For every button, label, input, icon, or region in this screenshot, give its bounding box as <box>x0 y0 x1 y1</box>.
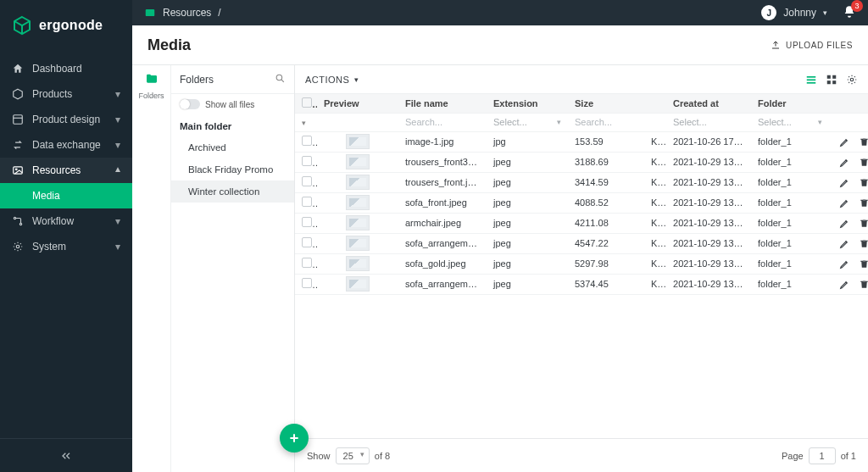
page-label: Page <box>782 451 804 461</box>
filter-date-select[interactable]: Select... <box>666 113 751 131</box>
row-size: 5297.98 <box>568 253 644 274</box>
breadcrumb-item: Resources <box>163 7 211 19</box>
delete-button[interactable] <box>859 279 868 290</box>
folders-tab[interactable]: Folders <box>132 65 171 472</box>
row-size-unit: KB <box>644 172 666 192</box>
nav-media[interactable]: Media <box>0 183 132 208</box>
row-actions <box>829 233 868 253</box>
col-extension[interactable]: Extension <box>487 94 568 113</box>
delete-button[interactable] <box>859 136 868 147</box>
table-row[interactable]: armchair.jpegjpeg4211.08KB2021-10-29 13:… <box>295 213 868 233</box>
row-date: 2021-10-26 17:51 <box>666 131 751 152</box>
grid-view-button[interactable] <box>826 74 837 86</box>
row-actions <box>829 274 868 294</box>
settings-button[interactable] <box>846 74 858 86</box>
edit-button[interactable] <box>839 218 850 229</box>
delete-button[interactable] <box>859 177 868 188</box>
media-table-section: ACTIONS ▾ <box>295 64 868 472</box>
filter-folder-select[interactable]: Select...▾ <box>751 113 829 131</box>
edit-button[interactable] <box>839 177 850 188</box>
row-extension: jpeg <box>487 192 568 213</box>
folders-panel: Folders Folders Show all files Main fold… <box>132 64 295 472</box>
edit-button[interactable] <box>839 157 850 168</box>
page-header: Media UPLOAD FILES <box>132 25 868 64</box>
nav-product-design[interactable]: Product design ▾ <box>0 107 132 132</box>
chevron-down-icon: ▾ <box>115 241 120 253</box>
breadcrumb[interactable]: Resources / <box>144 7 221 19</box>
cube-icon <box>12 88 24 100</box>
nav-workflow[interactable]: Workflow ▾ <box>0 208 132 234</box>
filter-size-input[interactable] <box>575 117 659 127</box>
row-checkbox[interactable] <box>295 274 317 294</box>
svg-marker-2 <box>14 89 23 99</box>
nav-products[interactable]: Products ▾ <box>0 81 132 107</box>
folder-archived[interactable]: Archived <box>171 136 294 158</box>
folder-winter-collection[interactable]: Winter collection <box>171 180 294 203</box>
row-preview <box>317 152 398 172</box>
table-footer: Show 25 of 8 Page 1 of 1 <box>295 438 868 472</box>
folder-root[interactable]: Main folder <box>171 114 294 136</box>
edit-button[interactable] <box>839 136 850 147</box>
list-view-button[interactable] <box>805 74 817 86</box>
row-checkbox[interactable] <box>295 172 317 192</box>
total-label: of 8 <box>375 451 390 461</box>
user-menu[interactable]: J Johnny ▾ <box>761 5 827 20</box>
table-row[interactable]: trousers_front.jpegjpeg3414.59KB2021-10-… <box>295 172 868 192</box>
edit-button[interactable] <box>839 258 850 269</box>
table-scroll[interactable]: Preview File name Extension Size Created… <box>295 94 868 438</box>
col-folder[interactable]: Folder <box>751 94 829 113</box>
filter-filename-input[interactable] <box>405 117 480 127</box>
page-number-input[interactable]: 1 <box>809 447 836 464</box>
table-row[interactable]: sofa_gold.jpegjpeg5297.98KB2021-10-29 13… <box>295 253 868 274</box>
table-row[interactable]: trousers_front3.jpegjpeg3188.69KB2021-10… <box>295 152 868 172</box>
row-checkbox[interactable] <box>295 152 317 172</box>
table-row[interactable]: sofa_arrangement2.jpegjpeg4547.22KB2021-… <box>295 233 868 253</box>
folder-black-friday[interactable]: Black Friday Promo <box>171 158 294 180</box>
sidebar-collapse-button[interactable] <box>0 438 132 472</box>
row-checkbox[interactable] <box>295 233 317 253</box>
nav-resources[interactable]: Resources ▾ <box>0 158 132 183</box>
row-checkbox[interactable] <box>295 213 317 233</box>
upload-files-button[interactable]: UPLOAD FILES <box>771 40 853 50</box>
row-preview <box>317 253 398 274</box>
svg-rect-15 <box>807 81 816 83</box>
of-pages-label: of 1 <box>841 451 856 461</box>
actions-dropdown[interactable]: ACTIONS ▾ <box>305 75 359 85</box>
filter-ext-select[interactable]: Select...▾ <box>487 113 568 131</box>
row-checkbox[interactable] <box>295 253 317 274</box>
table-row[interactable]: sofa_front.jpegjpeg4088.52KB2021-10-29 1… <box>295 192 868 213</box>
delete-button[interactable] <box>859 197 868 208</box>
select-all-header[interactable] <box>295 94 317 113</box>
row-filename: image-1.jpg <box>398 131 487 152</box>
edit-button[interactable] <box>839 197 850 208</box>
row-actions <box>829 131 868 152</box>
show-all-files-toggle[interactable]: Show all files <box>171 94 294 114</box>
row-checkbox[interactable] <box>295 192 317 213</box>
nav-dashboard[interactable]: Dashboard <box>0 56 132 81</box>
col-size[interactable]: Size <box>568 94 666 113</box>
edit-button[interactable] <box>839 238 850 249</box>
row-filename: sofa_arrangement2.jpeg <box>398 233 487 253</box>
col-filename[interactable]: File name <box>398 94 487 113</box>
page-size-select[interactable]: 25 <box>336 447 370 464</box>
show-label: Show <box>307 451 331 461</box>
delete-button[interactable] <box>859 238 868 249</box>
nav-data-exchange[interactable]: Data exchange ▾ <box>0 132 132 158</box>
filter-preview-toggle[interactable]: ▾ <box>295 113 317 131</box>
table-row[interactable]: sofa_arrangement.jpegjpeg5374.45KB2021-1… <box>295 274 868 294</box>
nav-system[interactable]: System ▾ <box>0 234 132 259</box>
user-name: Johnny <box>783 7 816 19</box>
edit-button[interactable] <box>839 279 850 290</box>
svg-line-12 <box>281 80 284 82</box>
delete-button[interactable] <box>859 157 868 168</box>
table-row[interactable]: image-1.jpgjpg153.59KB2021-10-26 17:51fo… <box>295 131 868 152</box>
delete-button[interactable] <box>859 258 868 269</box>
brand-logo-icon <box>12 15 32 36</box>
delete-button[interactable] <box>859 218 868 229</box>
search-folders-button[interactable] <box>275 73 286 86</box>
col-created[interactable]: Created at <box>666 94 751 113</box>
row-checkbox[interactable] <box>295 131 317 152</box>
col-preview[interactable]: Preview <box>317 94 398 113</box>
add-media-fab[interactable] <box>280 424 309 453</box>
notifications-button[interactable]: 3 <box>843 5 856 21</box>
